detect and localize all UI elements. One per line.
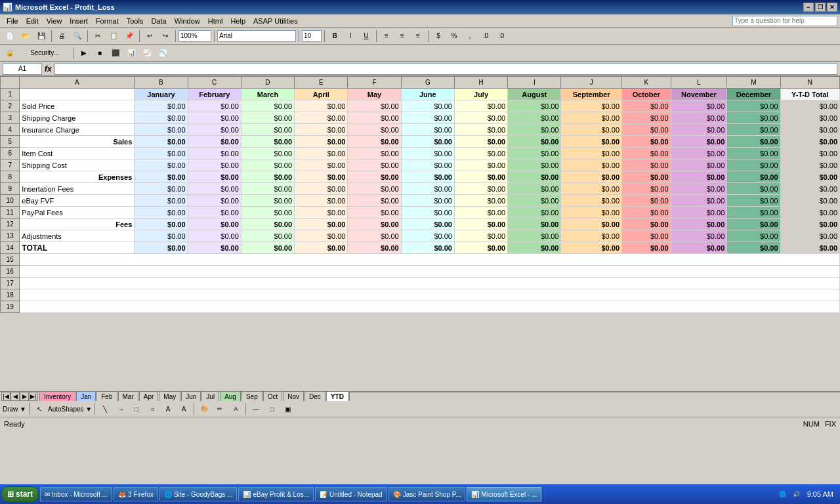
cell-k4[interactable]: $0.00 [622,124,671,136]
tab-jun[interactable]: Jun [181,392,201,401]
cell-j4[interactable]: $0.00 [561,124,622,136]
restore-button[interactable]: ❐ [815,3,826,12]
cell-k14[interactable]: $0.00 [622,242,671,254]
cell-k2[interactable]: $0.00 [622,100,671,112]
toolbar-btn6[interactable]: 📉 [156,46,170,60]
cell-j1[interactable]: September [561,89,622,100]
cell-18[interactable] [20,289,840,301]
cell-c10[interactable]: $0.00 [188,195,241,207]
cell-f5[interactable]: $0.00 [348,136,401,148]
cell-d10[interactable]: $0.00 [241,195,294,207]
draw-3d[interactable]: ▣ [280,402,295,416]
tab-nav-last[interactable]: ▶| [29,392,38,401]
cell-c5[interactable]: $0.00 [188,136,241,148]
cell-n11[interactable]: $0.00 [780,207,839,219]
cell-l5[interactable]: $0.00 [671,136,727,148]
cell-c2[interactable]: $0.00 [188,100,241,112]
draw-shadow[interactable]: □ [264,402,279,416]
cell-h4[interactable]: $0.00 [454,124,507,136]
cell-m3[interactable]: $0.00 [727,112,780,124]
paste-button[interactable]: 📌 [122,29,136,43]
cell-l13[interactable]: $0.00 [671,230,727,242]
cell-a14[interactable]: TOTAL [20,242,135,254]
menu-window[interactable]: Window [171,16,204,26]
align-left-button[interactable]: ≡ [379,29,394,43]
tab-aug[interactable]: Aug [220,392,241,401]
cell-d3[interactable]: $0.00 [241,112,294,124]
cell-j5[interactable]: $0.00 [561,136,622,148]
cell-f1[interactable]: May [348,89,401,100]
dec-inc-button[interactable]: .0 [478,29,493,43]
cell-b8[interactable]: $0.00 [135,171,188,183]
cell-n8[interactable]: $0.00 [780,171,839,183]
cell-c7[interactable]: $0.00 [188,159,241,171]
cell-i9[interactable]: $0.00 [508,183,561,195]
cell-n4[interactable]: $0.00 [780,124,839,136]
taskbar-goodybags[interactable]: 🌐 Site - GoodyBags ... [159,487,238,501]
cell-k11[interactable]: $0.00 [622,207,671,219]
tab-sep[interactable]: Sep [242,392,262,401]
align-right-button[interactable]: ≡ [411,29,425,43]
cell-15[interactable] [20,254,840,266]
cell-m6[interactable]: $0.00 [727,148,780,159]
cell-g7[interactable]: $0.00 [401,159,454,171]
cell-h3[interactable]: $0.00 [454,112,507,124]
cell-n14[interactable]: $0.00 [780,242,839,254]
cell-k13[interactable]: $0.00 [622,230,671,242]
cell-e7[interactable]: $0.00 [295,159,348,171]
cell-c4[interactable]: $0.00 [188,124,241,136]
cell-m8[interactable]: $0.00 [727,171,780,183]
cell-l6[interactable]: $0.00 [671,148,727,159]
cell-n6[interactable]: $0.00 [780,148,839,159]
cell-g5[interactable]: $0.00 [401,136,454,148]
draw-line-color[interactable]: ✏ [213,402,227,416]
cell-e2[interactable]: $0.00 [295,100,348,112]
col-header-l[interactable]: L [671,77,727,89]
tab-nav-first[interactable]: |◀ [1,392,10,401]
formula-input[interactable] [54,63,837,75]
cell-j12[interactable]: $0.00 [561,219,622,230]
draw-wordart[interactable]: A [177,402,191,416]
cell-f3[interactable]: $0.00 [348,112,401,124]
cell-i7[interactable]: $0.00 [508,159,561,171]
cell-e3[interactable]: $0.00 [295,112,348,124]
close-button[interactable]: ✕ [827,3,837,12]
cell-a12[interactable]: Fees [20,219,135,230]
cell-a11[interactable]: PayPal Fees [20,207,135,219]
cell-b3[interactable]: $0.00 [135,112,188,124]
cell-f6[interactable]: $0.00 [348,148,401,159]
cell-b14[interactable]: $0.00 [135,242,188,254]
draw-arrow[interactable]: → [114,402,128,416]
draw-line[interactable]: ╲ [98,402,112,416]
col-header-a[interactable]: A [20,77,135,89]
cell-c6[interactable]: $0.00 [188,148,241,159]
cell-l4[interactable]: $0.00 [671,124,727,136]
tab-mar[interactable]: Mar [118,392,138,401]
cell-i6[interactable]: $0.00 [508,148,561,159]
minimize-button[interactable]: − [803,3,814,12]
cell-f9[interactable]: $0.00 [348,183,401,195]
cell-g9[interactable]: $0.00 [401,183,454,195]
cell-m14[interactable]: $0.00 [727,242,780,254]
tab-apr[interactable]: Apr [139,392,159,401]
cell-j3[interactable]: $0.00 [561,112,622,124]
cell-h10[interactable]: $0.00 [454,195,507,207]
cell-e13[interactable]: $0.00 [295,230,348,242]
cell-a6[interactable]: Item Cost [20,148,135,159]
cell-f12[interactable]: $0.00 [348,219,401,230]
cell-e4[interactable]: $0.00 [295,124,348,136]
cell-j6[interactable]: $0.00 [561,148,622,159]
cell-f8[interactable]: $0.00 [348,171,401,183]
underline-button[interactable]: U [359,29,373,43]
cell-d13[interactable]: $0.00 [241,230,294,242]
cell-reference-input[interactable] [3,63,42,75]
cell-l1[interactable]: November [671,89,727,100]
cell-n3[interactable]: $0.00 [780,112,839,124]
menu-data[interactable]: Data [147,16,170,26]
cell-i4[interactable]: $0.00 [508,124,561,136]
cut-button[interactable]: ✂ [91,29,105,43]
tab-dec[interactable]: Dec [304,392,326,401]
cell-n10[interactable]: $0.00 [780,195,839,207]
cell-g14[interactable]: $0.00 [401,242,454,254]
cell-c14[interactable]: $0.00 [188,242,241,254]
